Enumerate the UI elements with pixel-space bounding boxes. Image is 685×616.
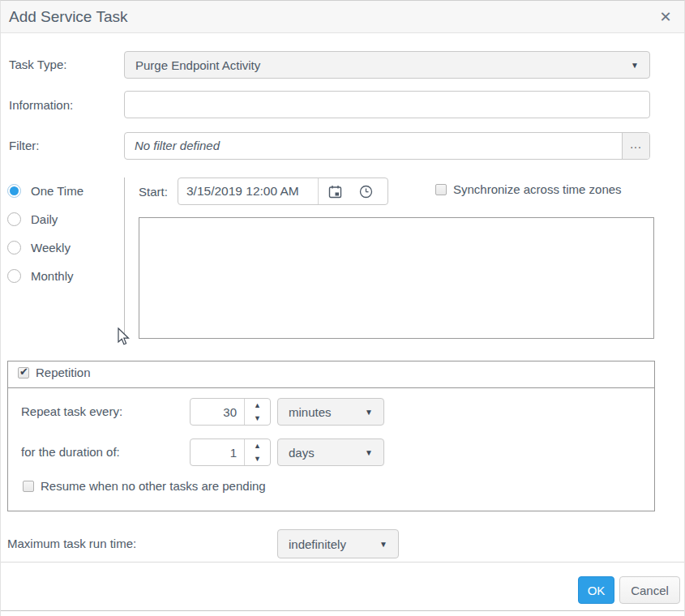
radio-monthly[interactable]: Monthly	[7, 269, 74, 283]
spin-up-icon[interactable]: ▲	[245, 399, 270, 412]
divider	[7, 387, 655, 388]
radio-daily[interactable]: Daily	[7, 212, 58, 226]
checkbox-box[interactable]: ✔	[23, 481, 34, 492]
information-label: Information:	[9, 98, 73, 112]
schedule-summary-box	[139, 217, 654, 339]
sync-timezones-checkbox[interactable]: ✔ Synchronize across time zones	[435, 182, 622, 196]
repetition-label: Repetition	[36, 366, 91, 379]
repeat-every-input[interactable]	[191, 399, 244, 425]
repetition-checkbox[interactable]: ✔ Repetition	[18, 366, 91, 379]
chevron-down-icon: ▼	[365, 448, 383, 457]
chevron-down-icon: ▼	[379, 540, 398, 549]
resume-checkbox[interactable]: ✔ Resume when no other tasks are pending	[23, 479, 266, 493]
information-input[interactable]	[124, 91, 650, 118]
footer-divider	[1, 562, 685, 563]
radio-label: Weekly	[31, 241, 71, 255]
spin-up-icon[interactable]: ▲	[245, 439, 270, 452]
task-type-select[interactable]: Purge Endpoint Activity ▼	[124, 51, 650, 79]
sync-timezones-label: Synchronize across time zones	[453, 182, 622, 196]
radio-circle[interactable]	[7, 269, 21, 283]
repeat-unit-select[interactable]: minutes ▼	[277, 398, 384, 426]
radio-circle[interactable]	[7, 241, 21, 255]
radio-label: Monthly	[31, 269, 74, 283]
radio-weekly[interactable]: Weekly	[7, 241, 71, 255]
spin-down-icon[interactable]: ▼	[245, 452, 270, 465]
start-datetime-picker[interactable]	[178, 178, 388, 205]
filter-value: No filter defined	[125, 133, 622, 159]
check-icon: ✔	[19, 366, 28, 378]
spin-down-icon[interactable]: ▼	[245, 412, 270, 425]
start-label: Start:	[139, 185, 168, 199]
max-run-time-value: indefinitely	[278, 537, 379, 551]
dialog-header: Add Service Task ✕	[1, 1, 685, 33]
radio-one-time[interactable]: One Time	[7, 184, 83, 198]
duration-input[interactable]	[191, 439, 244, 465]
chevron-down-icon: ▼	[365, 408, 383, 417]
duration-unit-select[interactable]: days ▼	[277, 438, 384, 466]
checkbox-box[interactable]: ✔	[435, 184, 447, 195]
filter-label: Filter:	[9, 139, 40, 152]
duration-label: for the duration of:	[21, 445, 120, 459]
resume-label: Resume when no other tasks are pending	[41, 479, 266, 493]
cancel-button[interactable]: Cancel	[619, 576, 680, 604]
repeat-every-label: Repeat task every:	[21, 404, 122, 418]
max-run-time-label: Maximum task run time:	[7, 537, 136, 550]
calendar-icon[interactable]	[319, 178, 352, 204]
spinner-buttons: ▲ ▼	[244, 439, 270, 465]
ok-button[interactable]: OK	[578, 576, 614, 604]
radio-circle[interactable]	[7, 212, 21, 226]
repeat-unit-value: minutes	[278, 405, 365, 419]
schedule-divider	[124, 178, 125, 341]
chevron-down-icon: ▼	[631, 61, 649, 70]
radio-label: Daily	[31, 212, 58, 226]
clock-icon[interactable]	[352, 178, 379, 204]
duration-stepper[interactable]: ▲ ▼	[190, 438, 271, 466]
mouse-cursor	[117, 327, 133, 347]
start-datetime-input[interactable]	[178, 179, 318, 203]
task-type-value: Purge Endpoint Activity	[125, 58, 631, 72]
radio-label: One Time	[31, 184, 83, 198]
checkbox-box[interactable]: ✔	[18, 367, 29, 379]
dialog-bottom-border	[1, 610, 685, 611]
dialog-title: Add Service Task	[9, 1, 127, 33]
radio-circle[interactable]	[7, 184, 21, 198]
max-run-time-select[interactable]: indefinitely ▼	[277, 529, 399, 558]
spinner-buttons: ▲ ▼	[244, 399, 270, 425]
close-icon[interactable]: ✕	[653, 1, 678, 33]
filter-browse-button[interactable]: ...	[622, 133, 649, 159]
repeat-every-stepper[interactable]: ▲ ▼	[190, 398, 271, 426]
task-type-label: Task Type:	[9, 58, 66, 71]
duration-unit-value: days	[278, 446, 365, 460]
filter-field[interactable]: No filter defined ...	[124, 132, 650, 160]
